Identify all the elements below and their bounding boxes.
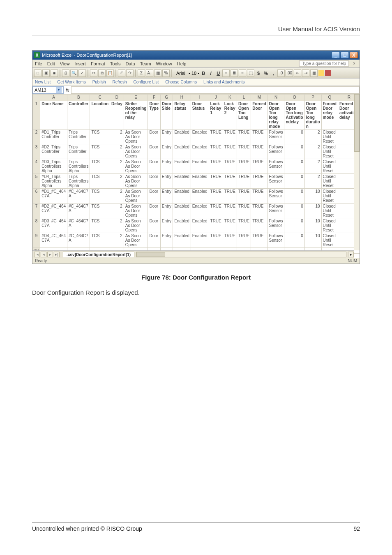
sort-asc-icon[interactable]: A↓ (146, 69, 153, 77)
open-icon[interactable]: ▣ (42, 69, 50, 77)
cell[interactable]: 0 (284, 218, 304, 233)
cell[interactable]: #D3_Trips Controllers Alpha (40, 159, 67, 174)
cell[interactable]: Follows Sensor (267, 218, 284, 233)
formula-input[interactable] (71, 86, 360, 94)
name-box[interactable]: AM13▾ (32, 86, 64, 94)
cell[interactable]: Entry (160, 159, 173, 174)
font-color-icon[interactable] (325, 70, 331, 76)
cell[interactable]: Enabled (191, 218, 209, 233)
comma-icon[interactable]: , (270, 70, 277, 76)
cell[interactable]: TRUE (223, 130, 237, 144)
cell[interactable]: #C_464C7 A (67, 189, 90, 204)
paste-icon[interactable]: 📋 (106, 69, 114, 77)
cell[interactable]: TRUE (237, 218, 251, 233)
cell[interactable]: TCS (90, 218, 110, 233)
align-left-icon[interactable]: ≡ (222, 69, 230, 77)
cell[interactable]: TRUE (209, 159, 223, 174)
cell[interactable]: Follows Sensor (267, 159, 284, 174)
cell[interactable]: TRUE (223, 233, 237, 248)
cell[interactable]: Enabled (173, 144, 191, 159)
cell[interactable]: Enabled (191, 233, 209, 248)
col-header-F[interactable]: F (148, 95, 160, 101)
autosum-icon[interactable]: Σ (138, 69, 145, 77)
menu-team[interactable]: Team (140, 61, 151, 66)
cell[interactable]: As Soon As Door Opens (124, 233, 148, 248)
cell[interactable]: As Soon As Door Opens (124, 144, 148, 159)
select-all-corner[interactable] (33, 95, 40, 101)
row-header-9[interactable]: 9 (33, 233, 40, 248)
row-header-6[interactable]: 6 (33, 189, 40, 204)
cell[interactable]: Closed Until Reset (321, 144, 338, 159)
chart-icon[interactable]: ▦ (154, 69, 161, 77)
cell[interactable]: Enabled (191, 189, 209, 204)
undo-icon[interactable]: ↶ (118, 69, 125, 77)
cell[interactable]: Door (148, 189, 160, 204)
maximize-button[interactable]: □ (341, 52, 349, 58)
inc-indent-icon[interactable]: ⇥ (302, 69, 309, 77)
cell[interactable]: TRUE (209, 204, 223, 218)
cell[interactable]: TRUE (251, 174, 267, 189)
cell[interactable]: Follows Sensor (267, 144, 284, 159)
cell[interactable]: Trips Controller (67, 144, 90, 159)
preview-icon[interactable]: 🔍 (70, 69, 78, 77)
link-refresh[interactable]: Refresh (112, 80, 127, 84)
cell[interactable]: TRUE (237, 174, 251, 189)
link-configure-list[interactable]: Configure List (133, 80, 159, 84)
row-header-4[interactable]: 4 (33, 159, 40, 174)
col-header-P[interactable]: P (304, 95, 321, 101)
vertical-scrollbar[interactable] (354, 94, 360, 250)
tab-nav-last-icon[interactable]: ▸| (54, 252, 60, 257)
col-header-E[interactable]: E (124, 95, 148, 101)
vscroll-thumb[interactable] (354, 94, 360, 152)
underline-button[interactable]: U (215, 70, 221, 76)
cell[interactable]: Enabled (173, 174, 191, 189)
link-publish[interactable]: Publish (92, 80, 106, 84)
cell[interactable]: TRUE (237, 130, 251, 144)
cell[interactable]: TCS (90, 174, 110, 189)
bold-button[interactable]: B (200, 70, 207, 76)
menu-data[interactable]: Data (125, 61, 135, 66)
col-header-B[interactable]: B (67, 95, 90, 101)
cell[interactable]: TRUE (251, 189, 267, 204)
menu-insert[interactable]: Insert (74, 61, 86, 66)
cell[interactable]: TRUE (237, 144, 251, 159)
align-center-icon[interactable]: ≣ (231, 69, 238, 77)
cell[interactable]: As Soon As Door Opens (124, 189, 148, 204)
col-header-A[interactable]: A (40, 95, 67, 101)
cell[interactable]: TRUE (237, 189, 251, 204)
row-header-5[interactable]: 5 (33, 174, 40, 189)
cell[interactable]: As Soon As Door Opens (124, 130, 148, 144)
cell[interactable]: Enabled (173, 159, 191, 174)
col-header-D[interactable]: D (110, 95, 124, 101)
italic-button[interactable]: I (208, 70, 214, 76)
minimize-button[interactable]: _ (332, 52, 340, 58)
cell[interactable]: Enabled (173, 130, 191, 144)
menu-view[interactable]: View (60, 61, 70, 66)
cell[interactable]: Closed Until Reset (321, 174, 338, 189)
col-header-I[interactable]: I (191, 95, 209, 101)
cell[interactable]: TCS (90, 159, 110, 174)
cell[interactable]: #D3_#C_464 C7A (40, 218, 67, 233)
cell[interactable]: 2 (110, 218, 124, 233)
cell[interactable]: TRUE (209, 218, 223, 233)
cell[interactable]: 0 (284, 130, 304, 144)
col-header-K[interactable]: K (223, 95, 237, 101)
cell[interactable]: Entry (160, 144, 173, 159)
cell[interactable]: Enabled (173, 233, 191, 248)
cell[interactable]: 2 (304, 144, 321, 159)
cell[interactable]: Door (148, 159, 160, 174)
sheet-tab[interactable]: .csv]DoorConfigurationReport(1) (63, 252, 134, 257)
hscroll-thumb[interactable] (136, 252, 165, 257)
link-choose-columns[interactable]: Choose Columns (165, 80, 197, 84)
cell[interactable]: As Soon As Door Opens (124, 159, 148, 174)
cell[interactable]: 0 (284, 174, 304, 189)
menu-edit[interactable]: Edit (47, 61, 55, 66)
menu-help[interactable]: Help (177, 61, 187, 66)
cell[interactable]: Entry (160, 218, 173, 233)
cell[interactable]: Door (148, 144, 160, 159)
cell[interactable]: Entry (160, 174, 173, 189)
cell[interactable]: TRUE (251, 233, 267, 248)
cell[interactable]: 2 (110, 233, 124, 248)
copy-icon[interactable]: ⧉ (98, 69, 106, 77)
cell[interactable]: 0 (284, 204, 304, 218)
